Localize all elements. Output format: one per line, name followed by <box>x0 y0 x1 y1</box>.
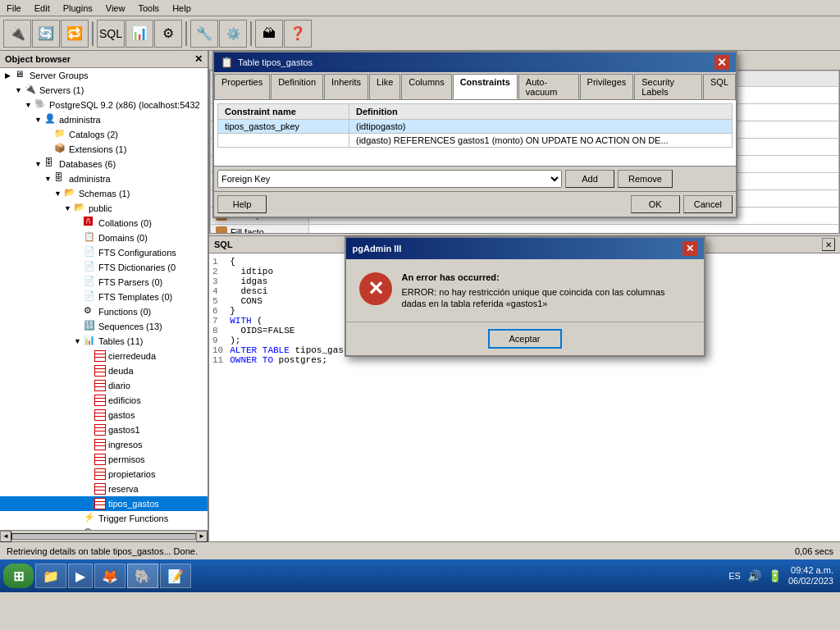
tables-icon: 📊 <box>84 335 97 348</box>
error-icon: ✕ <box>359 272 392 305</box>
toolbar-btn-10[interactable]: ❓ <box>284 20 312 48</box>
constraint-row-2[interactable]: (idgasto) REFERENCES gastos1 (monto) ON … <box>218 134 733 148</box>
tree-item-propietarios[interactable]: propietarios <box>0 467 208 482</box>
tree-item-permisos[interactable]: permisos <box>0 452 208 467</box>
toolbar-btn-2[interactable]: 🔄 <box>32 20 60 48</box>
dialog-tab-like[interactable]: Like <box>369 74 400 99</box>
tree-item-tipos-gastos[interactable]: tipos_gastos <box>0 496 208 511</box>
error-dialog[interactable]: pgAdmin III ✕ ✕ An error has occurred: E… <box>345 236 705 357</box>
remove-button[interactable]: Remove <box>618 170 673 188</box>
tree-item-trigger-functions[interactable]: ⚡ Trigger Functions <box>0 511 208 526</box>
tree-item-fts-dict[interactable]: 📄 FTS Dictionaries (0 <box>0 260 208 275</box>
tree-item-functions[interactable]: ⚙ Functions (0) <box>0 304 208 319</box>
taskbar-item-pgadmin[interactable]: 🐘 <box>127 564 158 588</box>
cancel-button[interactable]: Cancel <box>683 195 733 213</box>
tree-item-postgres[interactable]: ▼ 🐘 PostgreSQL 9.2 (x86) (localhost:5432 <box>0 98 208 112</box>
volume-icon: 🔊 <box>747 569 761 582</box>
close-panel-btn[interactable]: ✕ <box>194 53 203 65</box>
tree-item-fts-parsers[interactable]: 📄 FTS Parsers (0) <box>0 275 208 290</box>
error-dialog-buttons: Aceptar <box>346 322 704 355</box>
tree-item-gastos1[interactable]: gastos1 <box>0 422 208 437</box>
dialog-tab-security-labels[interactable]: Security Labels <box>634 74 702 99</box>
menu-view[interactable]: View <box>99 2 132 15</box>
dialog-tab-inherits[interactable]: Inherits <box>324 74 368 99</box>
error-line3: dadas en la tabla referida «gastos1» <box>402 299 665 308</box>
tree-label: FTS Parsers (0) <box>98 277 162 287</box>
menu-file[interactable]: File <box>0 2 28 15</box>
toolbar-btn-8[interactable]: ⚙️ <box>219 20 247 48</box>
dialog-tab-columns[interactable]: Columns <box>401 74 451 99</box>
tree-item-servers[interactable]: ▼ 🔌 Servers (1) <box>0 83 208 98</box>
tree-item-domains[interactable]: 📋 Domains (0) <box>0 231 208 245</box>
menu-help[interactable]: Help <box>166 2 198 15</box>
tree-item-administra[interactable]: ▼ 👤 administra <box>0 112 208 127</box>
dialog-tab-autovacuum[interactable]: Auto-vacuum <box>518 74 579 99</box>
dialog-tab-constraints[interactable]: Constraints <box>453 74 518 99</box>
tree-item-gastos[interactable]: gastos <box>0 408 208 422</box>
tree-item-catalogs[interactable]: 📁 Catalogs (2) <box>0 127 208 142</box>
toolbar-btn-5[interactable]: 📊 <box>126 20 153 48</box>
tree-item-extensions[interactable]: 📦 Extensions (1) <box>0 142 208 157</box>
taskbar-item-explorer[interactable]: 📁 <box>35 564 66 588</box>
fts-config-icon: 📄 <box>84 246 97 259</box>
tree-item-fts-templates[interactable]: 📄 FTS Templates (0) <box>0 290 208 304</box>
toolbar-btn-7[interactable]: 🔧 <box>190 20 218 48</box>
constraint-row-1[interactable]: tipos_gastos_pkey (idtipogasto) <box>218 120 733 134</box>
tree-item-administra2[interactable]: ▼ 🗄 administra <box>0 171 208 186</box>
add-button[interactable]: Add <box>565 170 614 188</box>
sql-close-btn[interactable]: ✕ <box>822 238 835 251</box>
svg-rect-35 <box>95 476 105 479</box>
tree-item-reserva[interactable]: reserva <box>0 482 208 496</box>
toolbar-btn-6[interactable]: ⚙ <box>154 20 182 48</box>
tree-item-deuda[interactable]: deuda <box>0 363 208 378</box>
tree-item-collations[interactable]: 🅰 Collations (0) <box>0 216 208 231</box>
toolbar-btn-4[interactable]: SQL <box>97 20 125 48</box>
dialog-tab-sql[interactable]: SQL <box>703 74 736 99</box>
expand-icon: ▼ <box>44 175 54 183</box>
taskbar-item-browser[interactable]: 🦊 <box>94 564 126 588</box>
start-button[interactable]: ⊞ <box>3 564 34 588</box>
help-button[interactable]: Help <box>217 195 267 213</box>
taskbar-item-editor[interactable]: 📝 <box>160 564 191 588</box>
fk-type-select[interactable]: Foreign Key <box>217 170 562 188</box>
tree-label: permisos <box>108 454 145 464</box>
dialog-tab-definition[interactable]: Definition <box>271 74 323 99</box>
tree-item-databases[interactable]: ▼ 🗄 Databases (6) <box>0 157 208 171</box>
svg-rect-26 <box>95 443 105 445</box>
tree-label: Server Groups <box>30 71 89 80</box>
tree-item-server-groups[interactable]: ▶ 🖥 Server Groups <box>0 68 208 83</box>
menu-tools[interactable]: Tools <box>131 2 166 15</box>
menu-plugins[interactable]: Plugins <box>57 2 99 15</box>
error-close-btn[interactable]: ✕ <box>682 241 697 256</box>
toolbar-btn-3[interactable]: 🔁 <box>61 20 89 48</box>
tree-label: gastos1 <box>108 425 140 435</box>
tree-item-sequences[interactable]: 🔢 Sequences (13) <box>0 319 208 334</box>
tree-item-schemas[interactable]: ▼ 📂 Schemas (1) <box>0 186 208 201</box>
taskbar-item-media[interactable]: ▶ <box>68 564 93 588</box>
dialog-tab-properties[interactable]: Properties <box>214 74 270 99</box>
tree-container[interactable]: ▶ 🖥 Server Groups ▼ 🔌 Servers (1) ▼ 🐘 Po… <box>0 68 208 530</box>
servers-icon: 🔌 <box>25 84 38 97</box>
ok-button[interactable]: OK <box>631 195 680 213</box>
dialog-close-btn[interactable]: ✕ <box>714 55 729 70</box>
tree-item-cierredeuda[interactable]: cierredeuda <box>0 349 208 363</box>
toolbar-btn-9[interactable]: 🏔 <box>255 20 283 48</box>
tree-item-public[interactable]: ▼ 📂 public <box>0 201 208 216</box>
menu-edit[interactable]: Edit <box>28 2 57 15</box>
tree-item-diario[interactable]: diario <box>0 378 208 393</box>
table-dialog-title: Table tipos_gastos <box>238 57 313 67</box>
functions-icon: ⚙ <box>84 305 97 318</box>
svg-rect-18 <box>95 413 105 416</box>
tree-item-ingresos[interactable]: ingresos <box>0 437 208 452</box>
svg-rect-27 <box>95 446 105 450</box>
tree-item-tables[interactable]: ▼ 📊 Tables (11) <box>0 334 208 349</box>
tree-item-fts-config[interactable]: 📄 FTS Configurations <box>0 245 208 260</box>
dialog-tab-privileges[interactable]: Privileges <box>580 74 634 99</box>
toolbar-btn-1[interactable]: 🔌 <box>3 20 31 48</box>
expand-icon: ▼ <box>74 337 84 345</box>
statusbar: Retrieving details on table tipos_gastos… <box>0 541 840 559</box>
aceptar-button[interactable]: Aceptar <box>488 329 562 349</box>
expand-icon: ▶ <box>5 71 15 80</box>
svg-rect-43 <box>95 505 105 509</box>
tree-item-edificios[interactable]: edificios <box>0 393 208 408</box>
